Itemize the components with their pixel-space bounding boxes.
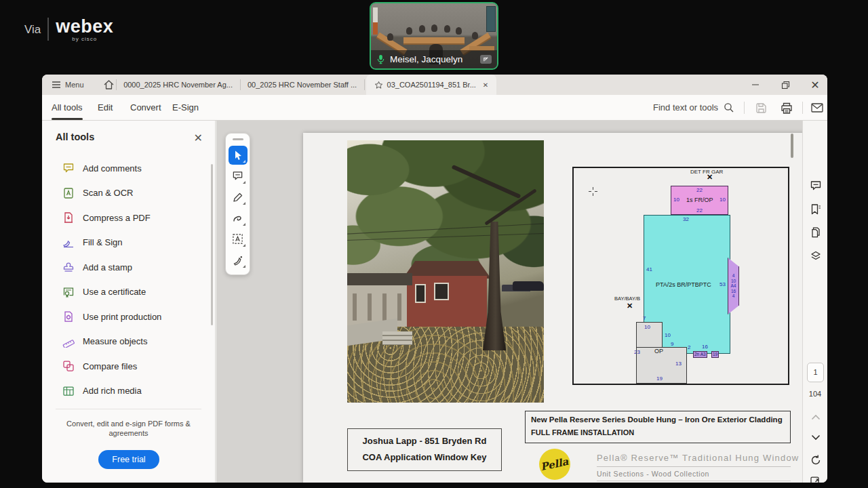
bay-window-unit: 4 10 A4 16 4 — [728, 258, 739, 314]
window-key-diagram: DET FR GAR ✕ 22 10 1s FR/OP 10 22 32 41 … — [572, 167, 789, 385]
dim-number: 2 — [688, 344, 690, 350]
panel-footer-text: Convert, edit and e-sign PDF forms & agr… — [49, 419, 208, 438]
tool-add-stamp[interactable]: Add a stamp — [42, 255, 215, 280]
nav-convert[interactable]: Convert — [130, 95, 161, 120]
attendee — [406, 27, 412, 35]
tool-print-production[interactable]: Use print production — [42, 304, 215, 329]
email-button[interactable] — [809, 100, 825, 116]
nav-esign[interactable]: E-Sign — [172, 95, 199, 120]
previous-page-button[interactable] — [807, 409, 824, 426]
tool-label: Measure objects — [83, 336, 147, 346]
sign-tool-button[interactable] — [229, 251, 248, 270]
parked-cars — [513, 281, 544, 291]
next-page-button[interactable] — [807, 429, 824, 446]
save-button[interactable] — [753, 100, 769, 116]
draw-tool-button[interactable] — [229, 209, 248, 228]
tool-label: Add rich media — [83, 386, 142, 396]
nav-all-tools[interactable]: All tools — [52, 95, 83, 120]
tool-use-certificate[interactable]: Use a certificate — [42, 280, 215, 305]
tool-compress-pdf[interactable]: Compress a PDF — [42, 205, 215, 230]
microphone-icon — [376, 54, 385, 64]
tool-add-comments[interactable]: Add comments — [42, 156, 215, 181]
acrobat-window: Menu 0000_2025 HRC November Ag... 00_202… — [42, 75, 827, 483]
document-scrollbar[interactable] — [791, 134, 793, 158]
highlight-tool-button[interactable] — [229, 188, 248, 207]
tab-bar: Menu 0000_2025 HRC November Ag... 00_202… — [42, 75, 827, 95]
bay-x-marker: ✕ — [627, 302, 633, 310]
window-restore-button[interactable] — [775, 75, 795, 95]
rotate-icon — [810, 454, 822, 466]
panel-scrollbar[interactable] — [211, 164, 213, 325]
certificate-icon — [62, 286, 75, 298]
envelope-icon — [811, 103, 823, 113]
dim-number: 16 — [731, 289, 736, 294]
webex-tagline: by cisco — [56, 36, 113, 42]
attendee — [431, 24, 437, 32]
squiggle-icon — [233, 214, 243, 223]
comment-tool-icon — [232, 170, 243, 182]
pella-collection-line: Unit Sections - Wood Collection — [597, 470, 709, 478]
room-display-board — [486, 6, 496, 32]
tab-separator — [364, 79, 365, 90]
attendee — [419, 25, 425, 33]
print-button[interactable] — [778, 100, 795, 116]
free-trial-button[interactable]: Free trial — [98, 450, 159, 469]
participant-video-thumbnail[interactable]: Meisel, Jacquelyn — [370, 2, 498, 70]
webex-logo: webex — [56, 18, 113, 35]
tab-hrc-november-agenda[interactable]: 0000_2025 HRC November Ag... — [118, 75, 239, 95]
search-label: Find text or tools — [653, 102, 718, 113]
nav-edit[interactable]: Edit — [98, 95, 113, 120]
comment-tool-button[interactable] — [229, 167, 248, 186]
panel-title: All tools — [56, 131, 94, 142]
window-close-button[interactable]: ✕ — [805, 75, 825, 95]
porch-steps — [382, 331, 412, 345]
all-tools-panel: All tools ✕ Add comments Scan & OCR — [42, 121, 216, 483]
tool-label: Compare files — [83, 361, 137, 371]
tool-measure-objects[interactable]: Measure objects — [42, 329, 215, 354]
footer-line2: agreements — [49, 428, 208, 438]
menu-button[interactable]: Menu — [52, 81, 84, 89]
comments-panel-button[interactable] — [807, 177, 824, 194]
dim-number: 10 — [673, 197, 679, 203]
bookmark-icon — [810, 203, 822, 216]
find-text-or-tools[interactable]: Find text or tools — [653, 95, 734, 120]
home-button[interactable] — [103, 79, 115, 90]
pella-logo: Pella — [539, 449, 570, 480]
palette-drag-handle[interactable] — [233, 138, 243, 140]
window-minimize-button[interactable] — [745, 75, 766, 95]
rotate-page-button[interactable] — [807, 451, 824, 468]
total-pages-label: 104 — [803, 390, 827, 398]
tool-add-rich-media[interactable]: Add rich media — [42, 379, 215, 404]
star-favorite-icon[interactable] — [374, 81, 383, 89]
stamp-icon — [62, 261, 75, 273]
tab-hrc-november-staff[interactable]: 00_2025 HRC November Staff ... — [242, 75, 363, 95]
tool-fill-sign[interactable]: Fill & Sign — [42, 230, 215, 256]
unit-badge: 2n A3 — [693, 351, 707, 358]
dim-number: 4 — [732, 293, 735, 299]
fill-sign-icon — [62, 237, 75, 249]
current-page-input[interactable]: 1 — [807, 363, 824, 382]
tool-scan-ocr[interactable]: Scan & OCR — [42, 181, 215, 206]
pages-panel-button[interactable] — [807, 224, 824, 241]
rule-line — [597, 466, 791, 467]
attendee — [456, 27, 462, 35]
dim-number: 23 — [634, 349, 640, 355]
dim-number: 10 — [731, 279, 736, 284]
tab-close-icon[interactable]: ✕ — [483, 81, 488, 89]
menu-label: Menu — [65, 81, 84, 89]
pella-product-line: Pella® Reserve™ Traditional Hung Window — [597, 453, 799, 463]
tool-compare-files[interactable]: Compare files — [42, 354, 215, 379]
layers-panel-button[interactable] — [807, 247, 824, 264]
porch-label: OP — [654, 348, 663, 354]
fit-page-button[interactable] — [807, 473, 824, 483]
text-select-tool-button[interactable] — [229, 230, 248, 249]
dim-number: 32 — [683, 216, 689, 222]
pip-expand-button[interactable] — [480, 55, 492, 64]
dim-number: 41 — [646, 266, 652, 272]
select-tool-button[interactable] — [229, 146, 248, 165]
tab-coa2501194-active[interactable]: 03_COA2501194_851 Br... ✕ — [366, 75, 497, 95]
house-window — [415, 284, 426, 303]
rule-line — [597, 481, 791, 481]
panel-close-button[interactable]: ✕ — [194, 131, 203, 144]
bookmarks-panel-button[interactable] — [807, 201, 824, 218]
